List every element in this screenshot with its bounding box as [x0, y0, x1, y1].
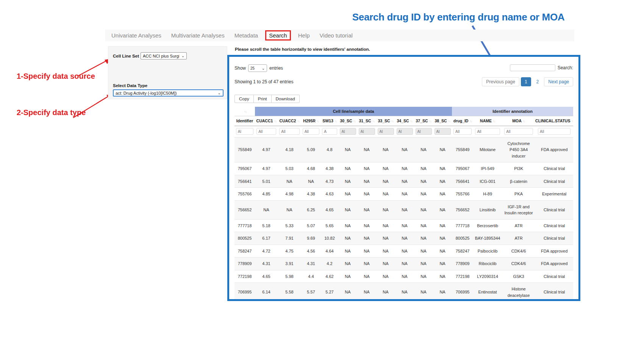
table-cell: NA: [357, 188, 376, 201]
table-cell: NA: [376, 257, 395, 270]
page-length-select[interactable]: 25 ⌄: [248, 64, 267, 72]
sort-icon[interactable]: ↑↓: [353, 120, 356, 123]
filter-input-identifier[interactable]: [236, 128, 253, 135]
sort-icon[interactable]: ↑↓: [429, 120, 431, 123]
table-cell: 4.31: [255, 257, 278, 270]
tab-multivariate-analyses[interactable]: Multivariate Analyses: [171, 32, 225, 39]
sort-icon[interactable]: ↑↓: [410, 120, 413, 123]
table-row[interactable]: 8005256.177.919.6910.82NANANANANANA80052…: [234, 232, 573, 245]
filter-input-31-sc: [359, 128, 375, 135]
column-header-cuacc2[interactable]: CUACC2↑↓: [278, 116, 301, 126]
tab-help[interactable]: Help: [298, 32, 310, 39]
sort-icon[interactable]: ↑↓: [274, 120, 276, 123]
filter-row: [234, 126, 573, 137]
table-row[interactable]: 7582474.724.754.564.64NANANANANANA758247…: [234, 245, 573, 257]
filter-input-sw13[interactable]: [322, 128, 337, 135]
column-header-33-sc[interactable]: 33_SC↑↓: [376, 116, 395, 126]
table-row[interactable]: 7950674.975.034.684.38NANANANANANA795067…: [234, 162, 573, 175]
table-row[interactable]: 7557664.854.984.384.63NANANANANANA755766…: [234, 188, 573, 201]
tab-metadata[interactable]: Metadata: [234, 32, 258, 39]
table-row[interactable]: 7566415.01NANA4.73NANANANANANA756641ICG-…: [234, 175, 573, 188]
sort-icon[interactable]: ↑↓: [448, 120, 450, 123]
column-header-30-sc[interactable]: 30_SC↑↓: [338, 116, 357, 126]
sort-icon[interactable]: ↑↓: [469, 120, 472, 123]
sort-icon[interactable]: ↑↓: [244, 110, 247, 114]
column-header-drug-id[interactable]: drug_ID↑↓: [452, 116, 473, 126]
tab-search[interactable]: Search: [265, 30, 291, 41]
table-row[interactable]: 7777185.185.335.075.65NANANANANANA777718…: [234, 219, 573, 232]
page-button-1[interactable]: 1: [521, 77, 531, 86]
column-header-cuacc1[interactable]: CUACC1↑↓: [255, 116, 278, 126]
search-input[interactable]: [510, 64, 555, 71]
download-button[interactable]: Download: [271, 95, 300, 103]
table-cell: 756641: [234, 175, 255, 188]
table-row[interactable]: 7721984.655.984.44.62NANANANANANA772198L…: [234, 270, 573, 283]
previous-page-button[interactable]: Previous page: [482, 77, 519, 86]
table-cell: 5.65: [321, 219, 338, 232]
table-cell: NA: [395, 232, 414, 245]
column-header-clinical-status[interactable]: CLINICAL.STATUS↑↓: [535, 116, 573, 126]
sort-icon[interactable]: ↑↓: [317, 120, 319, 123]
table-cell: Berzosertib: [473, 219, 502, 232]
table-cell: NA: [433, 188, 452, 201]
sort-icon[interactable]: ↑↓: [372, 120, 375, 123]
table-cell: NA: [301, 175, 321, 188]
results-panel: Show 25 ⌄ entries Search: Showing 1 to 2…: [227, 55, 580, 301]
filter-input-cuacc1[interactable]: [256, 128, 276, 135]
table-cell: FDA approved: [535, 137, 573, 162]
copy-button[interactable]: Copy: [234, 95, 254, 103]
table-row[interactable]: 7069956.145.585.575.27NANANANANANA706995…: [234, 283, 573, 301]
table-row[interactable]: 7558494.974.185.094.8NANANANANANA755849M…: [234, 137, 573, 162]
column-header-sw13[interactable]: SW13↑↓: [321, 116, 338, 126]
table-cell: 800525: [234, 232, 255, 245]
cell-line-set-label: Cell Line Set: [113, 54, 139, 58]
filter-input-moa[interactable]: [504, 128, 533, 135]
column-header-h295r[interactable]: H295R↑↓: [301, 116, 321, 126]
table-cell: 4.4: [301, 270, 321, 283]
pagination: Previous page 12 Next page: [482, 77, 573, 86]
next-page-button[interactable]: Next page: [544, 77, 573, 86]
filter-input-38-sc: [435, 128, 451, 135]
table-cell: NA: [338, 232, 357, 245]
filter-input-clinical-status[interactable]: [538, 128, 571, 135]
column-header-37-sc[interactable]: 37_SC↑↓: [414, 116, 433, 126]
column-header-38-sc[interactable]: 38_SC↑↓: [433, 116, 452, 126]
column-header-identifier[interactable]: Identifier: [234, 116, 255, 126]
table-cell: 4.97: [255, 162, 278, 175]
table-cell: NA: [357, 200, 376, 219]
table-cell: NA: [433, 283, 452, 301]
table-cell: 4.64: [321, 245, 338, 257]
table-cell: NA: [395, 200, 414, 219]
sort-icon[interactable]: ↑↓: [493, 120, 495, 123]
table-cell: NA: [338, 200, 357, 219]
cell-line-set-select[interactable]: ACC NCI plus Surgical ⌄: [141, 52, 187, 59]
column-header-moa[interactable]: MOA↑↓: [502, 116, 535, 126]
column-header-name[interactable]: NAME↑↓: [473, 116, 502, 126]
sort-icon[interactable]: ↑↓: [571, 120, 573, 123]
table-cell: NA: [338, 257, 357, 270]
column-header-31-sc[interactable]: 31_SC↑↓: [357, 116, 376, 126]
table-cell: NA: [414, 188, 433, 201]
column-header-34-sc[interactable]: 34_SC↑↓: [395, 116, 414, 126]
sort-icon[interactable]: ↑↓: [523, 120, 525, 123]
table-row[interactable]: 756652NANA6.254.65NANANANANANA756652Lins…: [234, 200, 573, 219]
table-cell: 758247: [452, 245, 473, 257]
table-cell: GSK3: [502, 270, 535, 283]
tab-univariate-analyses[interactable]: Univariate Analyses: [111, 32, 161, 39]
sort-icon[interactable]: ↑↓: [297, 120, 299, 123]
filter-input-name[interactable]: [475, 128, 500, 135]
page-button-2[interactable]: 2: [533, 77, 543, 86]
table-row[interactable]: 7789094.313.914.314.2NANANANANANA778909R…: [234, 257, 573, 270]
table-cell: 4.63: [321, 188, 338, 201]
filter-input-cuacc2[interactable]: [279, 128, 299, 135]
column-header-row: IdentifierCUACC1↑↓CUACC2↑↓H295R↑↓SW13↑↓3…: [234, 116, 573, 126]
table-cell: NA: [357, 232, 376, 245]
table-cell: 6.14: [255, 283, 278, 301]
filter-input-drug-id[interactable]: [453, 128, 472, 135]
sort-icon[interactable]: ↑↓: [335, 120, 337, 123]
filter-input-h295r[interactable]: [303, 128, 320, 135]
sort-icon[interactable]: ↑↓: [391, 120, 394, 123]
print-button[interactable]: Print: [253, 95, 272, 103]
data-type-select[interactable]: act: Drug Activity (-log10[IC50M]) ⌄: [113, 89, 224, 97]
tab-video-tutorial[interactable]: Video tutorial: [320, 32, 353, 39]
